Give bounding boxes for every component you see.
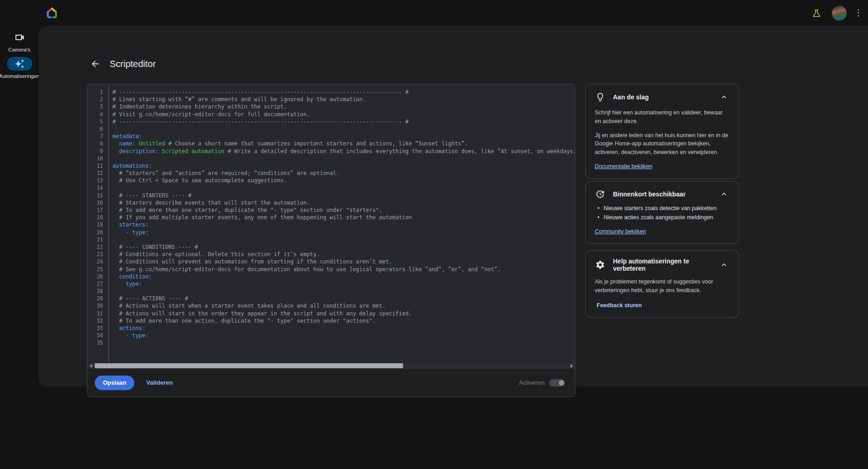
lightbulb-icon — [595, 92, 606, 103]
card-title: Aan de slag — [613, 93, 711, 101]
code-line[interactable]: 1# -------------------------------------… — [87, 88, 575, 96]
line-number: 11 — [87, 162, 108, 170]
send-feedback-button[interactable]: Feedback sturen — [597, 302, 642, 309]
app-canvas: ⋮ Camera's Automatiseringen — [0, 0, 868, 469]
code-line[interactable]: 15 # ---- STARTERS ---- # — [87, 192, 575, 199]
script-editor-panel: 1# -------------------------------------… — [87, 84, 575, 397]
activate-toggle[interactable] — [549, 379, 565, 387]
code-line[interactable]: 22 # ---- CONDITIONS ---- # — [87, 243, 575, 251]
upcoming-features-list: • Nieuwe starters zoals detectie van pak… — [595, 204, 730, 222]
line-number: 34 — [87, 332, 108, 339]
code-line[interactable]: 7metadata: — [87, 133, 575, 140]
line-number: 18 — [87, 214, 108, 221]
sidebar-item-cameras[interactable]: Camera's — [0, 31, 39, 52]
page-title: Scripteditor — [110, 59, 156, 69]
line-number: 13 — [87, 177, 108, 184]
line-number: 33 — [87, 325, 108, 332]
code-line[interactable]: 18 # If you add multiple starter events,… — [87, 214, 575, 221]
line-number: 26 — [87, 273, 108, 280]
code-line[interactable]: 30 # Actions will start when a starter e… — [87, 302, 575, 309]
code-line[interactable]: 24 # Conditions will prevent an automati… — [87, 258, 575, 265]
code-line[interactable]: 10 — [87, 155, 575, 162]
code-line[interactable]: 27 type: — [87, 280, 575, 288]
code-line[interactable]: 13 # Use Ctrl + Space to see autocomplet… — [87, 177, 575, 184]
code-line[interactable]: 21 — [87, 236, 575, 243]
chevron-up-icon[interactable] — [719, 259, 730, 270]
line-number: 4 — [87, 111, 108, 118]
card-paragraph: Als je problemen tegenkomt of suggesties… — [595, 278, 730, 295]
line-number: 2 — [87, 96, 108, 103]
horizontal-scrollbar — [87, 363, 575, 369]
sidebar-item-label: Camera's — [8, 47, 30, 52]
google-home-logo-icon[interactable] — [46, 6, 58, 19]
code-lines: 1# -------------------------------------… — [87, 88, 575, 347]
code-line[interactable]: 23 # Conditions are optional. Delete thi… — [87, 251, 575, 258]
line-number: 21 — [87, 236, 108, 243]
code-line[interactable]: 31 # Actions will start in the order the… — [87, 310, 575, 317]
code-line[interactable]: 2# Lines starting with “#” are comments … — [87, 96, 575, 103]
labs-flask-icon[interactable] — [809, 5, 824, 21]
line-number: 29 — [87, 295, 108, 302]
line-number: 17 — [87, 206, 108, 214]
line-number: 10 — [87, 155, 108, 162]
line-number: 12 — [87, 170, 108, 177]
line-number: 19 — [87, 221, 108, 228]
line-number: 31 — [87, 310, 108, 317]
line-number: 9 — [87, 148, 108, 155]
line-number: 8 — [87, 140, 108, 147]
bullet-icon: • — [597, 204, 599, 213]
code-line[interactable]: 20 - type: — [87, 229, 575, 236]
list-item: • Nieuwe acties zoals aangepaste melding… — [595, 213, 730, 222]
activate-group: Activeren — [519, 379, 565, 387]
scrollbar-thumb[interactable] — [95, 363, 403, 368]
code-line[interactable]: 35 — [87, 339, 575, 346]
code-line[interactable]: 8 name: Untitled # Choose a short name t… — [87, 140, 575, 147]
videocam-icon — [14, 32, 25, 43]
code-line[interactable]: 6 — [87, 125, 575, 133]
code-line[interactable]: 11automations: — [87, 162, 575, 170]
line-number: 23 — [87, 251, 108, 258]
code-line[interactable]: 28 — [87, 288, 575, 295]
validate-button[interactable]: Valideren — [146, 379, 173, 386]
arrow-back-icon — [90, 59, 100, 69]
code-line[interactable]: 5# -------------------------------------… — [87, 118, 575, 125]
page-header: Scripteditor — [90, 58, 156, 69]
documentation-link[interactable]: Documentatie bekijken — [595, 163, 652, 170]
active-pill — [7, 57, 32, 71]
card-coming-soon: Binnenkort beschikbaar • Nieuwe starters… — [585, 181, 739, 244]
avatar[interactable] — [832, 5, 847, 21]
code-line[interactable]: 26 condition: — [87, 273, 575, 280]
code-line[interactable]: 29 # ---- ACTIONS ---- # — [87, 295, 575, 302]
scrollbar-track[interactable] — [94, 363, 568, 369]
overflow-menu-icon[interactable]: ⋮ — [854, 0, 863, 26]
code-line[interactable]: 9 description: Scripted automation # Wri… — [87, 148, 575, 155]
chevron-up-icon[interactable] — [719, 189, 730, 200]
code-line[interactable]: 14 — [87, 184, 575, 191]
code-line[interactable]: 34 - type: — [87, 332, 575, 339]
scroll-right-button[interactable] — [568, 363, 575, 369]
card-get-started: Aan de slag Schrijf hier een automatiser… — [585, 84, 739, 179]
code-line[interactable]: 33 actions: — [87, 325, 575, 332]
left-rail: Camera's Automatiseringen — [0, 26, 39, 469]
line-number: 28 — [87, 288, 108, 295]
code-line[interactable]: 32 # To add more than one action, duplic… — [87, 317, 575, 325]
code-line[interactable]: 4# Visit g.co/home/script-editor-docs fo… — [87, 111, 575, 118]
chevron-up-icon[interactable] — [719, 92, 730, 103]
code-line[interactable]: 17 # To add more than one starter, dupli… — [87, 206, 575, 214]
scroll-left-button[interactable] — [87, 363, 94, 369]
save-button[interactable]: Opslaan — [95, 376, 134, 390]
code-line[interactable]: 3# Indentation determines hierarchy with… — [87, 103, 575, 110]
line-number: 25 — [87, 266, 108, 273]
code-editor[interactable]: 1# -------------------------------------… — [87, 84, 575, 363]
code-line[interactable]: 16 # Starters describe events that will … — [87, 199, 575, 206]
code-line[interactable]: 25 # See g.co/home/script-editor-docs fo… — [87, 266, 575, 273]
sidebar-item-automations[interactable]: Automatiseringen — [0, 57, 39, 79]
activate-label: Activeren — [519, 379, 545, 386]
list-item: • Nieuwe starters zoals detectie van pak… — [595, 204, 730, 213]
line-number: 35 — [87, 339, 108, 346]
back-button[interactable] — [90, 58, 101, 69]
community-link[interactable]: Community bekijken — [595, 228, 646, 235]
line-number: 24 — [87, 258, 108, 265]
code-line[interactable]: 12 # “starters” and “actions” are requir… — [87, 170, 575, 177]
code-line[interactable]: 19 starters: — [87, 221, 575, 228]
